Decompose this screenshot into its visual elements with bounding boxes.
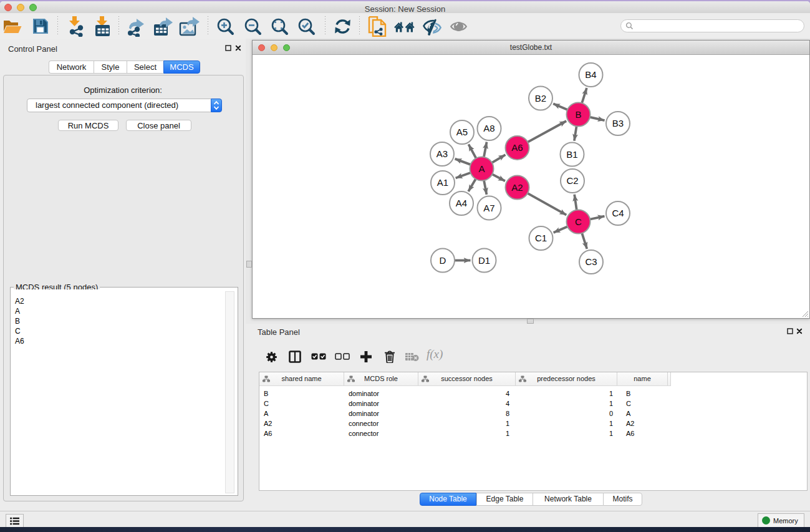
svg-text:B2: B2 [535, 93, 546, 104]
svg-text:C: C [575, 216, 582, 227]
svg-text:A7: A7 [483, 203, 494, 213]
svg-text:B: B [575, 109, 581, 120]
svg-text:D1: D1 [478, 255, 490, 266]
svg-text:A5: A5 [456, 127, 468, 137]
svg-text:B3: B3 [612, 118, 624, 128]
svg-text:D: D [440, 255, 446, 266]
svg-text:B4: B4 [585, 69, 596, 80]
svg-text:A8: A8 [483, 123, 494, 133]
svg-text:C4: C4 [612, 208, 624, 218]
svg-text:B1: B1 [566, 149, 577, 160]
svg-text:A4: A4 [456, 198, 467, 208]
svg-text:A1: A1 [437, 177, 448, 188]
svg-text:A: A [478, 163, 485, 174]
svg-text:A3: A3 [436, 148, 448, 159]
svg-text:A6: A6 [511, 142, 523, 153]
svg-text:C1: C1 [535, 233, 547, 243]
svg-text:C3: C3 [585, 256, 597, 267]
svg-text:C2: C2 [566, 175, 578, 186]
svg-text:A2: A2 [511, 182, 523, 193]
